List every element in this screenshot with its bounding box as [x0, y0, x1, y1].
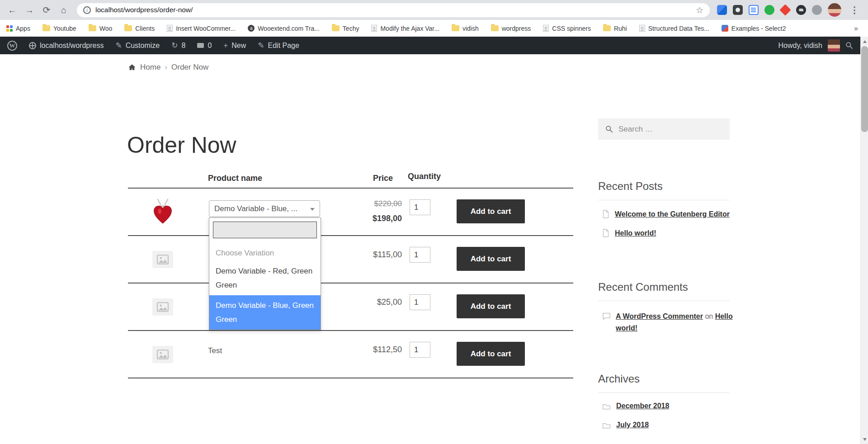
adminbar-search-icon[interactable]: [845, 42, 853, 49]
bookmark-label: CSS spinners: [552, 25, 591, 32]
adminbar-customize[interactable]: ✎ Customize: [115, 42, 160, 50]
scrollbar-thumb[interactable]: [861, 46, 868, 132]
breadcrumb-home-link[interactable]: Home: [140, 63, 160, 72]
extension-gray-circle-icon[interactable]: [812, 5, 822, 15]
extension-drive-icon[interactable]: [717, 5, 727, 15]
bookmark-css-spinners[interactable]: CSS spinners: [543, 25, 591, 32]
adminbar-new[interactable]: + New: [223, 42, 246, 50]
add-to-cart-button[interactable]: Add to cart: [457, 294, 525, 318]
adminbar-comments[interactable]: 0: [197, 42, 212, 50]
add-to-cart-button[interactable]: Add to cart: [457, 247, 525, 271]
variation-selected-text: Demo Variable - Blue, ...: [214, 204, 297, 213]
bookmarks-overflow-chevron[interactable]: »: [854, 24, 858, 33]
folder-outline-icon: [602, 403, 611, 410]
address-bar[interactable]: i localhost/wordpress/order-now/ ☆: [77, 3, 710, 17]
bookmark-clients[interactable]: Clients: [124, 25, 155, 32]
bookmark-select2-examples[interactable]: Examples - Select2: [722, 25, 786, 32]
adminbar-updates[interactable]: ↻ 8: [171, 42, 185, 50]
extension-camera-icon[interactable]: [733, 5, 743, 15]
page-info-icon[interactable]: i: [83, 6, 91, 14]
page-icon: [543, 25, 549, 32]
widget-title-recent-comments: Recent Comments: [598, 281, 730, 301]
page-icon: [639, 25, 645, 32]
browser-profile-avatar[interactable]: [828, 3, 841, 17]
user-avatar[interactable]: [828, 39, 840, 52]
scroll-down-arrow[interactable]: [861, 435, 868, 443]
bookmark-modify-ajax[interactable]: Modify the Ajax Var...: [371, 25, 439, 32]
adminbar-site-name[interactable]: localhost/wordpress: [29, 42, 104, 50]
dropdown-search-input[interactable]: [213, 222, 317, 238]
extension-green-dot-icon[interactable]: [764, 5, 774, 15]
bookmark-wooextend[interactable]: Wooextend.com Tra...: [248, 25, 320, 32]
wp-logo-menu[interactable]: W: [7, 41, 17, 51]
breadcrumb-home-icon[interactable]: [128, 63, 136, 71]
bookmark-wordpress[interactable]: wordpress: [491, 25, 531, 32]
bookmark-ruhi[interactable]: Ruhi: [603, 25, 627, 32]
bookmark-label: Examples - Select2: [731, 25, 786, 32]
site-name-label: localhost/wordpress: [40, 42, 104, 50]
extension-notes-icon[interactable]: [749, 5, 759, 15]
dropdown-option[interactable]: Demo Variable - Red, Green Green: [209, 261, 321, 295]
updates-count: 8: [181, 42, 185, 50]
bookmark-label: Apps: [16, 25, 30, 32]
bookmark-structured-data[interactable]: Structured Data Tes...: [639, 25, 709, 32]
bookmark-insert-woocommerce[interactable]: Insert WooCommer...: [167, 25, 236, 32]
extension-red-shape-icon[interactable]: [779, 4, 791, 16]
bookmark-techy[interactable]: Techy: [332, 25, 359, 32]
howdy-label[interactable]: Howdy, vidish: [778, 42, 822, 50]
bookmark-apps[interactable]: Apps: [6, 25, 30, 32]
bookmark-label: vidish: [462, 25, 479, 32]
page-title: Order Now: [127, 132, 236, 158]
bookmark-woo[interactable]: Woo: [89, 25, 113, 32]
archive-link[interactable]: July 2018: [616, 421, 649, 429]
folder-icon: [42, 25, 50, 31]
quantity-input[interactable]: [410, 247, 430, 263]
back-icon[interactable]: ←: [5, 2, 20, 18]
bookmark-star-icon[interactable]: ☆: [696, 5, 703, 15]
bookmark-youtube[interactable]: Youtube: [42, 25, 76, 32]
apps-grid-icon: [6, 25, 13, 32]
bookmark-vidish[interactable]: vidish: [452, 25, 479, 32]
add-to-cart-button[interactable]: Add to cart: [457, 199, 525, 223]
quantity-input[interactable]: [410, 294, 430, 310]
recent-post-item[interactable]: Welcome to the Gutenberg Editor: [602, 210, 730, 218]
quantity-input[interactable]: [410, 342, 430, 358]
product-image-pendant[interactable]: [149, 198, 177, 226]
add-to-cart-button[interactable]: Add to cart: [457, 342, 525, 366]
breadcrumb-current: Order Now: [171, 63, 208, 72]
quantity-input[interactable]: [410, 199, 430, 215]
search-input[interactable]: [598, 118, 730, 140]
archive-item[interactable]: July 2018: [602, 421, 649, 429]
forward-icon[interactable]: →: [22, 2, 37, 18]
post-link[interactable]: Welcome to the Gutenberg Editor: [615, 210, 730, 218]
price-cell: $220,00 $198,00: [322, 189, 402, 235]
comment-author-link[interactable]: A WordPress Commenter: [616, 312, 703, 320]
wp-admin-bar: W localhost/wordpress ✎ Customize ↻ 8 0 …: [0, 37, 860, 54]
post-link[interactable]: Hello world!: [615, 229, 656, 237]
scroll-up-arrow[interactable]: [861, 38, 868, 45]
archive-item[interactable]: December 2018: [602, 402, 669, 410]
url-text[interactable]: localhost/wordpress/order-now/: [95, 6, 691, 14]
archive-link[interactable]: December 2018: [616, 402, 669, 410]
reload-icon[interactable]: ⟳: [39, 2, 54, 18]
product-name[interactable]: Test: [208, 346, 222, 355]
extensions-tray: ⋮: [715, 3, 863, 17]
vertical-scrollbar[interactable]: [860, 37, 868, 444]
dropdown-option-placeholder[interactable]: Choose Variation: [209, 241, 321, 261]
dropdown-option-highlighted[interactable]: Demo Variable - Blue, Green Green: [209, 295, 321, 330]
adminbar-edit-page[interactable]: ✎ Edit Page: [258, 42, 299, 50]
variation-dropdown-panel: Choose Variation Demo Variable - Red, Gr…: [209, 217, 321, 330]
product-placeholder-image: [152, 346, 173, 363]
extension-bird-icon[interactable]: [796, 5, 806, 15]
column-product-name: Product name: [208, 174, 262, 183]
column-quantity: Quantity: [408, 172, 441, 181]
recent-post-item[interactable]: Hello world!: [602, 229, 656, 237]
variation-select[interactable]: Demo Variable - Blue, ...: [209, 200, 320, 217]
column-price: Price: [373, 174, 393, 183]
bookmark-label: Wooextend.com Tra...: [258, 25, 320, 32]
browser-home-icon[interactable]: ⌂: [56, 2, 71, 18]
sidebar-search: [598, 118, 730, 140]
breadcrumb: Home › Order Now: [128, 63, 208, 72]
order-table: Product name Price Quantity Demo Variabl…: [128, 169, 573, 378]
browser-menu-icon[interactable]: ⋮: [847, 5, 862, 15]
